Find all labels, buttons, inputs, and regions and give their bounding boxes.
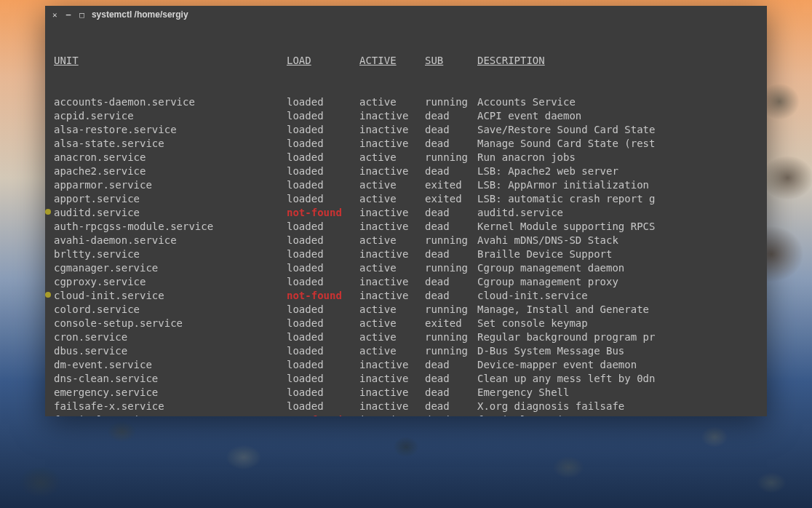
desc-cell: Accounts Service <box>477 95 758 109</box>
unit-cell: colord.service <box>54 303 287 317</box>
active-cell: inactive <box>359 386 425 400</box>
load-cell: not-found <box>287 413 359 416</box>
desc-cell: LSB: AppArmor initialization <box>477 178 758 192</box>
unit-cell: console-setup.service <box>54 317 287 330</box>
desc-cell: Regular background program pr <box>477 330 758 344</box>
unit-cell: accounts-daemon.service <box>54 95 287 109</box>
desc-cell: Save/Restore Sound Card State <box>477 123 758 137</box>
service-row: apparmor.serviceloadedactiveexitedLSB: A… <box>54 178 758 192</box>
active-cell: active <box>359 261 425 275</box>
load-cell: loaded <box>287 192 359 206</box>
terminal-window: ✕ – □ systemctl /home/sergiy UNIT LOAD A… <box>45 6 767 416</box>
desc-cell: Run anacron jobs <box>477 151 758 164</box>
minimize-icon[interactable]: – <box>66 10 71 20</box>
active-cell: active <box>359 344 425 358</box>
window-title: systemctl /home/sergiy <box>92 9 188 20</box>
sub-cell: dead <box>425 413 477 416</box>
load-cell: loaded <box>287 247 359 261</box>
service-row: dbus.serviceloadedactiverunningD-Bus Sys… <box>54 344 758 358</box>
sub-cell: running <box>425 344 477 358</box>
load-cell: loaded <box>287 386 359 400</box>
active-cell: active <box>359 192 425 206</box>
unit-cell: dm-event.service <box>54 358 287 372</box>
service-row: console-setup.serviceloadedactiveexitedS… <box>54 317 758 330</box>
sub-cell: running <box>425 303 477 317</box>
service-row: avahi-daemon.serviceloadedactiverunningA… <box>54 234 758 247</box>
active-cell: inactive <box>359 220 425 234</box>
active-cell: active <box>359 151 425 164</box>
service-row: auth-rpcgss-module.serviceloadedinactive… <box>54 220 758 234</box>
desc-cell: LSB: automatic crash report g <box>477 192 758 206</box>
load-cell: loaded <box>287 344 359 358</box>
window-controls: ✕ – □ <box>52 10 84 20</box>
load-cell: loaded <box>287 330 359 344</box>
col-sub-header: SUB <box>425 54 477 68</box>
sub-cell: dead <box>425 247 477 261</box>
service-row: apache2.serviceloadedinactivedeadLSB: Ap… <box>54 164 758 178</box>
desc-cell: LSB: Apache2 web server <box>477 164 758 178</box>
unit-cell: avahi-daemon.service <box>54 234 287 247</box>
unit-cell: failsafe-x.service <box>54 400 287 413</box>
active-cell: inactive <box>359 164 425 178</box>
sub-cell: dead <box>425 289 477 303</box>
sub-cell: dead <box>425 137 477 151</box>
header-row: UNIT LOAD ACTIVE SUB DESCRIPTION <box>54 54 758 68</box>
load-cell: loaded <box>287 372 359 386</box>
desc-cell: Clean up any mess left by 0dn <box>477 372 758 386</box>
active-cell: active <box>359 317 425 330</box>
active-cell: inactive <box>359 275 425 289</box>
desc-cell: festival.service <box>477 413 758 416</box>
load-cell: loaded <box>287 123 359 137</box>
service-row: cloud-init.servicenot-foundinactivedeadc… <box>54 289 758 303</box>
service-row: failsafe-x.serviceloadedinactivedeadX.or… <box>54 400 758 413</box>
sub-cell: dead <box>425 123 477 137</box>
unit-cell: anacron.service <box>54 151 287 164</box>
sub-cell: dead <box>425 386 477 400</box>
desc-cell: Avahi mDNS/DNS-SD Stack <box>477 234 758 247</box>
desc-cell: cloud-init.service <box>477 289 758 303</box>
desc-cell: Manage, Install and Generate <box>477 303 758 317</box>
load-cell: loaded <box>287 151 359 164</box>
unit-cell: emergency.service <box>54 386 287 400</box>
unit-cell: alsa-state.service <box>54 137 287 151</box>
service-row: brltty.serviceloadedinactivedeadBraille … <box>54 247 758 261</box>
desc-cell: X.org diagnosis failsafe <box>477 400 758 413</box>
unit-cell: dbus.service <box>54 344 287 358</box>
active-cell: active <box>359 234 425 247</box>
col-load-header: LOAD <box>287 54 359 68</box>
sub-cell: dead <box>425 164 477 178</box>
service-row: cgproxy.serviceloadedinactivedeadCgroup … <box>54 275 758 289</box>
service-row: colord.serviceloadedactiverunningManage,… <box>54 303 758 317</box>
unit-cell: apache2.service <box>54 164 287 178</box>
close-icon[interactable]: ✕ <box>52 10 57 20</box>
active-cell: active <box>359 330 425 344</box>
unit-cell: dns-clean.service <box>54 372 287 386</box>
load-cell: loaded <box>287 220 359 234</box>
service-row: emergency.serviceloadedinactivedeadEmerg… <box>54 386 758 400</box>
load-cell: not-found <box>287 206 359 220</box>
desc-cell: D-Bus System Message Bus <box>477 344 758 358</box>
load-cell: not-found <box>287 289 359 303</box>
sub-cell: running <box>425 151 477 164</box>
unit-cell: festival.service <box>54 413 287 416</box>
desc-cell: Cgroup management daemon <box>477 261 758 275</box>
service-row: alsa-restore.serviceloadedinactivedeadSa… <box>54 123 758 137</box>
service-row: apport.serviceloadedactiveexitedLSB: aut… <box>54 192 758 206</box>
load-cell: loaded <box>287 234 359 247</box>
sub-cell: running <box>425 234 477 247</box>
load-cell: loaded <box>287 358 359 372</box>
maximize-icon[interactable]: □ <box>79 10 84 20</box>
load-cell: loaded <box>287 317 359 330</box>
load-cell: loaded <box>287 261 359 275</box>
service-row: dm-event.serviceloadedinactivedeadDevice… <box>54 358 758 372</box>
service-row: alsa-state.serviceloadedinactivedeadMana… <box>54 137 758 151</box>
desc-cell: auditd.service <box>477 206 758 220</box>
active-cell: active <box>359 303 425 317</box>
terminal-output[interactable]: UNIT LOAD ACTIVE SUB DESCRIPTION account… <box>45 23 767 416</box>
sub-cell: dead <box>425 372 477 386</box>
unit-cell: cron.service <box>54 330 287 344</box>
sub-cell: dead <box>425 275 477 289</box>
active-cell: inactive <box>359 123 425 137</box>
active-cell: inactive <box>359 358 425 372</box>
service-row: acpid.serviceloadedinactivedeadACPI even… <box>54 109 758 123</box>
